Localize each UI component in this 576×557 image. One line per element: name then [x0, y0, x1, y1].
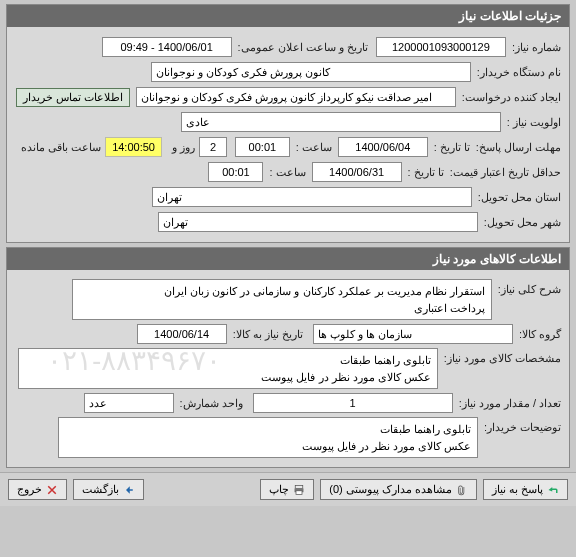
- print-button-label: چاپ: [269, 483, 289, 496]
- label-unit: واحد شمارش:: [180, 397, 243, 410]
- label-reply-deadline: مهلت ارسال پاسخ:: [476, 141, 561, 154]
- label-need-date: تاریخ نیاز به کالا:: [233, 328, 303, 341]
- label-price-validity: حداقل تاریخ اعتبار قیمت:: [450, 166, 561, 179]
- buyer-contact-button[interactable]: اطلاعات تماس خریدار: [16, 88, 130, 107]
- print-icon: [293, 484, 305, 496]
- field-price-validity-hour[interactable]: 00:01: [208, 162, 263, 182]
- attachments-button-label: مشاهده مدارک پیوستی (0): [329, 483, 452, 496]
- field-countdown: 14:00:50: [105, 137, 162, 157]
- label-request-creator: ایجاد کننده درخواست:: [462, 91, 561, 104]
- back-button[interactable]: بازگشت: [73, 479, 144, 500]
- label-priority: اولویت نیاز :: [507, 116, 561, 129]
- field-goods-group[interactable]: سازمان ها و کلوپ ها: [313, 324, 513, 344]
- field-delivery-province[interactable]: تهران: [152, 187, 472, 207]
- label-buyer-org: نام دستگاه خریدار:: [477, 66, 561, 79]
- field-reply-hour[interactable]: 00:01: [235, 137, 290, 157]
- label-general-desc: شرح کلی نیاز:: [498, 283, 561, 296]
- need-details-body: شماره نیاز: 1200001093000129 تاریخ و ساع…: [7, 27, 569, 242]
- label-public-announce: تاریخ و ساعت اعلان عمومی:: [238, 41, 368, 54]
- need-details-header: جزئیات اطلاعات نیاز: [7, 5, 569, 27]
- label-need-number: شماره نیاز:: [512, 41, 561, 54]
- back-button-label: بازگشت: [82, 483, 119, 496]
- respond-button-label: پاسخ به نیاز: [492, 483, 543, 496]
- back-icon: [123, 484, 135, 496]
- field-goods-spec[interactable]: تابلوی راهنما طبقاتعکس کالای مورد نظر در…: [18, 348, 438, 389]
- field-buyer-notes[interactable]: تابلوی راهنما طبقاتعکس کالای مورد نظر در…: [58, 417, 478, 458]
- label-delivery-province: استان محل تحویل:: [478, 191, 561, 204]
- exit-icon: [46, 484, 58, 496]
- label-buyer-notes: توضیحات خریدار:: [484, 421, 561, 434]
- field-price-validity-date[interactable]: 1400/06/31: [312, 162, 402, 182]
- field-request-creator[interactable]: امیر صداقت نیکو کارپرداز کانون پرورش فکر…: [136, 87, 456, 107]
- goods-details-header: اطلاعات کالاهای مورد نیاز: [7, 248, 569, 270]
- field-quantity[interactable]: 1: [253, 393, 453, 413]
- label-goods-group: گروه کالا:: [519, 328, 561, 341]
- label-hours-remaining: ساعت باقی مانده: [21, 141, 101, 154]
- print-button[interactable]: چاپ: [260, 479, 314, 500]
- attachments-button[interactable]: مشاهده مدارک پیوستی (0): [320, 479, 477, 500]
- goods-details-body: شرح کلی نیاز: استقرار نظام مدیریت بر عمل…: [7, 270, 569, 467]
- field-need-date[interactable]: 1400/06/14: [137, 324, 227, 344]
- footer-toolbar: پاسخ به نیاز مشاهده مدارک پیوستی (0) چاپ…: [0, 472, 576, 506]
- field-public-announce[interactable]: 1400/06/01 - 09:49: [102, 37, 232, 57]
- label-until-date-2: تا تاریخ :: [408, 166, 444, 179]
- label-hour-2: ساعت :: [269, 166, 305, 179]
- label-hour-1: ساعت :: [296, 141, 332, 154]
- field-priority[interactable]: عادی: [181, 112, 501, 132]
- field-remaining-days: 2: [199, 137, 227, 157]
- need-details-panel: جزئیات اطلاعات نیاز شماره نیاز: 12000010…: [6, 4, 570, 243]
- goods-details-panel: اطلاعات کالاهای مورد نیاز شرح کلی نیاز: …: [6, 247, 570, 468]
- respond-button[interactable]: پاسخ به نیاز: [483, 479, 568, 500]
- field-buyer-org[interactable]: کانون پرورش فکری کودکان و نوجوانان: [151, 62, 471, 82]
- attachment-icon: [456, 484, 468, 496]
- field-unit[interactable]: عدد: [84, 393, 174, 413]
- label-quantity: تعداد / مقدار مورد نیاز:: [459, 397, 561, 410]
- reply-icon: [547, 484, 559, 496]
- label-goods-spec: مشخصات کالای مورد نیاز:: [444, 352, 561, 365]
- field-reply-date[interactable]: 1400/06/04: [338, 137, 428, 157]
- exit-button-label: خروج: [17, 483, 42, 496]
- exit-button[interactable]: خروج: [8, 479, 67, 500]
- label-days-and: روز و: [172, 141, 195, 154]
- field-delivery-city[interactable]: تهران: [158, 212, 478, 232]
- svg-rect-0: [295, 485, 303, 488]
- label-until-date-1: تا تاریخ :: [434, 141, 470, 154]
- field-need-number[interactable]: 1200001093000129: [376, 37, 506, 57]
- svg-rect-2: [296, 490, 302, 494]
- label-delivery-city: شهر محل تحویل:: [484, 216, 561, 229]
- field-general-desc[interactable]: استقرار نظام مدیریت بر عملکرد کارکنان و …: [72, 279, 492, 320]
